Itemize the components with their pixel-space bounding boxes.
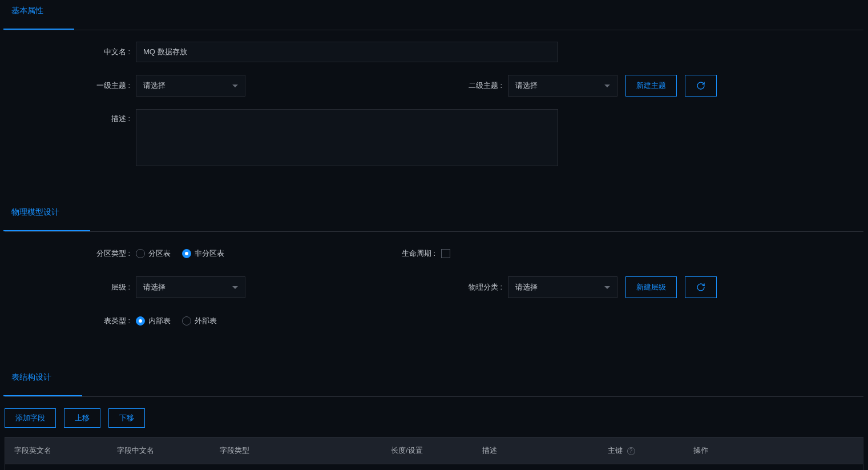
th-field-en: 字段英文名 xyxy=(14,445,117,456)
radio-non-partition-table[interactable]: 非分区表 xyxy=(182,248,224,259)
radio-icon xyxy=(182,316,191,326)
chinese-name-input[interactable] xyxy=(136,42,558,62)
label-secondary-topic: 二级主题 : xyxy=(245,81,508,91)
label-table-type: 表类型 : xyxy=(5,316,136,326)
primary-topic-select[interactable]: 请选择 xyxy=(136,75,245,97)
th-action: 操作 xyxy=(693,445,854,456)
radio-internal-table[interactable]: 内部表 xyxy=(136,316,171,326)
section-physical-title: 物理模型设计 xyxy=(11,207,59,223)
move-down-button[interactable]: 下移 xyxy=(108,408,145,428)
table-row[interactable]: MQdata MQ数据 string string 否 xyxy=(5,464,863,470)
section-physical-model: 物理模型设计 xyxy=(5,202,863,232)
refresh-icon xyxy=(696,81,705,90)
chevron-down-icon xyxy=(604,286,610,289)
physical-category-select[interactable]: 请选择 xyxy=(508,276,617,298)
add-field-button[interactable]: 添加字段 xyxy=(5,408,56,428)
th-field-cn: 字段中文名 xyxy=(117,445,220,456)
radio-partition-label: 分区表 xyxy=(148,248,171,259)
refresh-level-button[interactable] xyxy=(685,276,717,298)
radio-external-table[interactable]: 外部表 xyxy=(182,316,217,326)
radio-icon xyxy=(182,249,191,258)
chevron-down-icon xyxy=(232,85,238,87)
section-basic-attributes: 基本属性 xyxy=(5,0,863,30)
chevron-down-icon xyxy=(232,286,238,289)
label-level: 层级 : xyxy=(5,282,136,292)
level-value: 请选择 xyxy=(143,282,165,292)
secondary-topic-value: 请选择 xyxy=(515,81,538,91)
description-textarea[interactable] xyxy=(136,109,558,166)
th-desc: 描述 xyxy=(482,445,608,456)
label-description: 描述 : xyxy=(5,109,136,124)
secondary-topic-select[interactable]: 请选择 xyxy=(508,75,617,97)
move-up-button[interactable]: 上移 xyxy=(64,408,100,428)
new-topic-button[interactable]: 新建主题 xyxy=(625,75,677,97)
radio-icon xyxy=(136,249,145,258)
primary-topic-value: 请选择 xyxy=(143,81,165,91)
refresh-topic-button[interactable] xyxy=(685,75,717,97)
lifecycle-checkbox[interactable] xyxy=(441,249,450,258)
help-icon[interactable]: ? xyxy=(627,447,635,455)
section-table-structure: 表结构设计 xyxy=(5,367,863,397)
level-select[interactable]: 请选择 xyxy=(136,276,245,298)
radio-internal-label: 内部表 xyxy=(148,316,171,326)
th-field-type: 字段类型 xyxy=(220,445,391,456)
th-length: 长度/设置 xyxy=(391,445,482,456)
refresh-icon xyxy=(696,283,705,292)
radio-non-partition-label: 非分区表 xyxy=(195,248,224,259)
label-chinese-name: 中文名 : xyxy=(5,47,136,57)
section-basic-title: 基本属性 xyxy=(11,6,43,22)
physical-category-value: 请选择 xyxy=(515,282,538,292)
table-header-row: 字段英文名 字段中文名 字段类型 长度/设置 描述 主键 ? 操作 xyxy=(5,437,863,464)
label-lifecycle: 生命周期 : xyxy=(224,248,441,259)
chevron-down-icon xyxy=(604,85,610,87)
fields-table: 字段英文名 字段中文名 字段类型 长度/设置 描述 主键 ? 操作 MQdata… xyxy=(5,437,863,470)
label-primary-topic: 一级主题 : xyxy=(5,81,136,91)
label-partition-type: 分区类型 : xyxy=(5,248,136,259)
th-pk: 主键 ? xyxy=(608,445,693,456)
label-physical-category: 物理分类 : xyxy=(245,282,508,292)
radio-icon xyxy=(136,316,145,326)
radio-partition-table[interactable]: 分区表 xyxy=(136,248,171,259)
radio-external-label: 外部表 xyxy=(195,316,217,326)
section-structure-title: 表结构设计 xyxy=(11,372,51,388)
new-level-button[interactable]: 新建层级 xyxy=(625,276,677,298)
